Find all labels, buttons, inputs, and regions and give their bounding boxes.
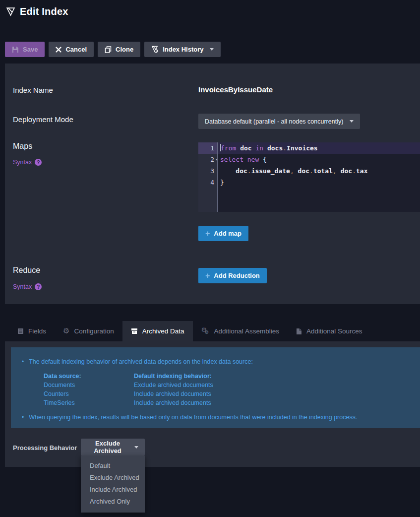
cancel-label: Cancel: [65, 46, 87, 53]
tab-archived-data[interactable]: Archived Data: [122, 321, 193, 341]
table-cell: Include archived documents: [134, 390, 420, 397]
clone-label: Clone: [116, 46, 133, 53]
maps-syntax-link[interactable]: Syntax ?: [13, 159, 42, 166]
index-logo-icon: [6, 7, 15, 16]
table-cell: Include archived documents: [134, 399, 420, 406]
menu-item-default[interactable]: Default: [81, 460, 145, 472]
chevron-down-icon: [350, 120, 354, 123]
code-line[interactable]: select new {: [218, 154, 420, 165]
fields-icon: [17, 328, 24, 334]
line-number: 2▾: [198, 154, 217, 165]
tab-label: Archived Data: [142, 327, 184, 335]
chevron-down-icon: [210, 48, 214, 51]
file-icon: [296, 328, 302, 335]
archive-icon: [131, 328, 138, 334]
tab-label: Additional Assemblies: [214, 327, 279, 335]
line-number: 1: [198, 142, 217, 154]
tab-additional-assemblies[interactable]: ⚙ ⚙ Additional Assemblies: [193, 321, 288, 341]
tab-fields[interactable]: Fields: [9, 321, 55, 341]
index-history-label: Index History: [163, 46, 203, 53]
processing-behavior-label: Processing Behavior: [13, 444, 77, 452]
line-number: 3: [198, 165, 217, 177]
gear-icon: ⚙: [63, 327, 69, 335]
clone-icon: [105, 46, 112, 53]
maps-section-label: Maps: [13, 142, 32, 151]
cancel-icon: [56, 47, 61, 53]
reduce-section-label: Reduce: [13, 266, 40, 275]
code-line[interactable]: }: [218, 177, 420, 188]
deployment-mode-label: Deployment Mode: [13, 115, 73, 124]
index-history-button[interactable]: Index History: [144, 42, 220, 57]
tab-configuration[interactable]: ⚙ Configuration: [55, 321, 122, 341]
map-code-editor[interactable]: 12▾34 from doc in docs.Invoicesselect ne…: [198, 142, 420, 212]
plus-icon: +: [205, 230, 210, 238]
line-number: 4: [198, 177, 217, 188]
tab-bar: Fields ⚙ Configuration Archived Data ⚙ ⚙…: [5, 321, 370, 341]
archived-data-panel: • The default indexing behavior of archi…: [5, 341, 420, 467]
edit-index-page: { "header": { "title": "Edit Index" }, "…: [0, 0, 420, 517]
tab-label: Additional Sources: [306, 327, 362, 335]
add-map-button[interactable]: + Add map: [198, 226, 248, 241]
code-line[interactable]: doc.issue_date, doc.total, doc.tax: [218, 165, 420, 177]
processing-behavior-menu: DefaultExclude ArchivedInclude ArchivedA…: [81, 455, 145, 513]
info-bullet-1: • The default indexing behavior of archi…: [22, 358, 420, 366]
fold-caret-icon[interactable]: ▾: [215, 154, 218, 165]
chevron-down-icon: [134, 446, 138, 449]
page-title: Edit Index: [20, 6, 68, 17]
menu-item-exclude-archived[interactable]: Exclude Archived: [81, 472, 145, 484]
table-header: Default indexing behavior:: [134, 373, 420, 380]
table-cell: Counters: [44, 390, 134, 397]
save-button[interactable]: Save: [5, 42, 45, 57]
tab-additional-sources[interactable]: Additional Sources: [288, 321, 371, 341]
bullet-icon: •: [22, 414, 24, 421]
tab-label: Fields: [28, 327, 46, 335]
syntax-label: Syntax: [13, 159, 32, 166]
tab-label: Configuration: [74, 327, 114, 335]
syntax-label: Syntax: [13, 283, 32, 290]
clone-button[interactable]: Clone: [98, 42, 140, 57]
table-cell: Documents: [44, 382, 134, 388]
index-form-panel: Index Name InvoicesByIssueDate Deploymen…: [5, 64, 420, 304]
deployment-mode-select[interactable]: Database default (parallel - all nodes c…: [198, 114, 360, 129]
menu-item-archived-only[interactable]: Archived Only: [81, 496, 145, 508]
index-history-icon: [151, 46, 159, 53]
table-header: Data source:: [44, 373, 134, 380]
table-cell: Exclude archived documents: [134, 382, 420, 388]
cancel-button[interactable]: Cancel: [49, 42, 94, 57]
code-line[interactable]: from doc in docs.Invoices: [218, 142, 420, 154]
deployment-mode-value: Database default (parallel - all nodes c…: [205, 118, 343, 125]
archived-data-infobox: • The default indexing behavior of archi…: [11, 347, 420, 428]
index-name-label: Index Name: [13, 86, 53, 94]
question-icon: ?: [35, 283, 42, 290]
toolbar: Save Cancel Clone Index History: [5, 42, 221, 57]
index-name-value: InvoicesByIssueDate: [198, 85, 273, 94]
page-header: Edit Index: [6, 6, 68, 17]
add-reduction-label: Add Reduction: [214, 272, 259, 279]
question-icon: ?: [35, 159, 42, 166]
reduce-syntax-link[interactable]: Syntax ?: [13, 283, 42, 290]
processing-behavior-select[interactable]: Exclude Archived: [81, 439, 145, 455]
save-label: Save: [23, 46, 38, 53]
menu-item-include-archived[interactable]: Include Archived: [81, 484, 145, 496]
table-cell: TimeSeries: [44, 399, 134, 406]
gears-icon: ⚙ ⚙: [201, 327, 210, 335]
plus-icon: +: [205, 272, 210, 280]
bullet-icon: •: [22, 358, 24, 366]
default-behavior-table: Data source:Default indexing behavior:Do…: [44, 373, 420, 406]
code-gutter: 12▾34: [198, 142, 218, 212]
info-bullet-2: • When querying the index, results will …: [22, 414, 420, 421]
save-icon: [12, 46, 19, 53]
code-content[interactable]: from doc in docs.Invoicesselect new { do…: [218, 142, 420, 212]
add-map-label: Add map: [214, 230, 241, 237]
processing-behavior-value: Exclude Archived: [87, 440, 128, 454]
add-reduction-button[interactable]: + Add Reduction: [198, 268, 267, 283]
